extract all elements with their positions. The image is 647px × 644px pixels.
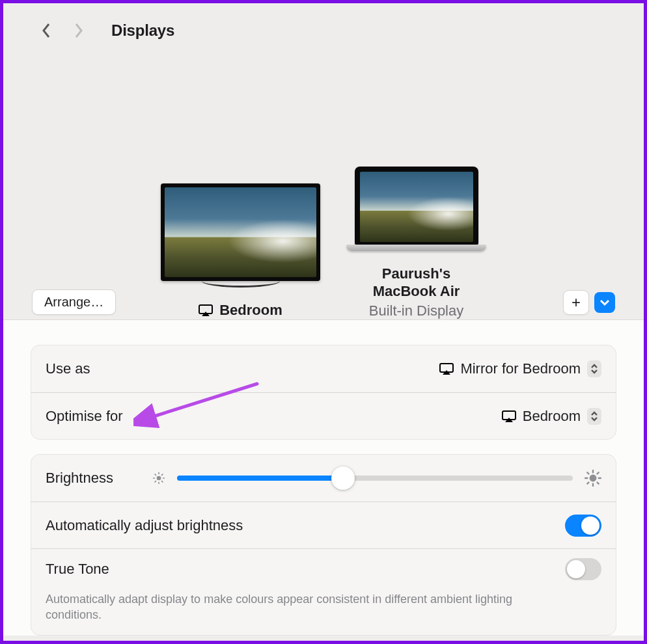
row-auto-brightness: Automatically adjust brightness (31, 502, 616, 548)
panel-brightness: Brightness Automatically adjust brightne… (31, 454, 616, 636)
svg-line-21 (598, 483, 599, 484)
true-tone-description: Automatically adapt display to make colo… (31, 591, 565, 635)
true-tone-toggle[interactable] (565, 558, 601, 580)
nav-back-button[interactable] (40, 21, 53, 40)
use-as-popup[interactable]: Mirror for Bedroom (439, 360, 601, 377)
use-as-value: Mirror for Bedroom (460, 360, 581, 377)
optimise-for-label: Optimise for (46, 408, 123, 425)
use-as-label: Use as (46, 360, 90, 377)
stepper-icon (587, 360, 601, 377)
auto-brightness-label: Automatically adjust brightness (46, 517, 243, 534)
true-tone-label: True Tone (46, 561, 109, 578)
svg-point-15 (590, 475, 597, 482)
svg-line-20 (587, 472, 588, 474)
settings-container: Use as Mirror for Bedroom Optimise for (3, 319, 644, 636)
airplay-icon (199, 304, 213, 316)
stepper-icon (587, 408, 601, 425)
svg-point-6 (157, 476, 161, 481)
airplay-icon (439, 363, 454, 375)
row-use-as: Use as Mirror for Bedroom (31, 345, 616, 392)
row-optimise-for: Optimise for Bedroom (31, 392, 616, 439)
display-item-external[interactable]: Bedroom (161, 183, 320, 319)
header-toolbar: Displays (3, 3, 644, 46)
brightness-label: Brightness (46, 470, 113, 487)
svg-line-14 (162, 474, 163, 475)
svg-line-13 (155, 481, 156, 482)
optimise-for-value: Bedroom (523, 408, 581, 425)
nav-forward-button[interactable] (72, 21, 85, 40)
expand-displays-button[interactable] (594, 292, 615, 313)
row-true-tone: True Tone (31, 548, 616, 595)
brightness-slider-thumb[interactable] (331, 466, 355, 490)
optimise-for-popup[interactable]: Bedroom (502, 408, 601, 425)
page-title: Displays (111, 21, 174, 40)
svg-line-23 (598, 472, 599, 474)
airplay-icon (502, 410, 516, 422)
display-preview-area: Bedroom Paurush's MacBook Air Built-in D… (3, 46, 644, 319)
add-display-button[interactable]: + (563, 290, 589, 315)
auto-brightness-toggle[interactable] (565, 515, 601, 537)
svg-line-11 (155, 474, 156, 475)
brightness-slider[interactable] (177, 476, 573, 481)
selected-display-pointer (432, 319, 453, 330)
row-brightness: Brightness (31, 455, 616, 502)
brightness-low-icon (152, 472, 165, 485)
display-item-builtin[interactable]: Paurush's MacBook Air Built-in Display (346, 167, 486, 319)
svg-line-22 (587, 483, 588, 484)
svg-line-12 (162, 481, 163, 482)
panel-mirroring: Use as Mirror for Bedroom Optimise for (31, 345, 616, 440)
display-builtin-subtitle: Built-in Display (346, 302, 486, 319)
display-external-label: Bedroom (219, 302, 282, 319)
brightness-high-icon (585, 470, 601, 487)
arrange-button[interactable]: Arrange… (32, 289, 116, 315)
